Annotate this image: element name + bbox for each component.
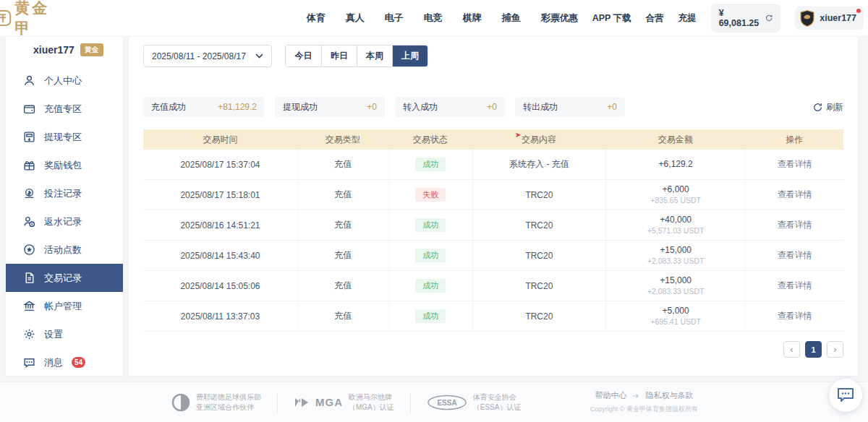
rebate-icon bbox=[23, 215, 35, 228]
sidebar-item-reward-wallet[interactable]: 奖励钱包 bbox=[6, 151, 123, 179]
cell-amount: +6,129.2 bbox=[605, 150, 746, 179]
cell-status: 成功 bbox=[388, 301, 472, 331]
cell-action: 查看详情 bbox=[745, 271, 843, 301]
main-content: 2025/08/11 - 2025/08/17 今日 昨日 本周 上周 充值成功… bbox=[129, 36, 858, 376]
sidebar-item-personal-center[interactable]: 个人中心 bbox=[6, 66, 123, 95]
sidebar-item-rebate-records[interactable]: 返水记录 bbox=[6, 207, 123, 236]
link-affiliate[interactable]: 合营 bbox=[646, 12, 664, 25]
cell-type: 充值 bbox=[297, 301, 388, 331]
nav-cards[interactable]: 棋牌 bbox=[463, 12, 482, 25]
footer: 费耶诺德足球俱乐部亚洲区域合作伙伴 MGA 欧洲马尔他牌（MGA）认证 ESSA… bbox=[0, 382, 868, 422]
sidebar-username: xiuer177 bbox=[33, 44, 75, 56]
cell-content: TRC20 bbox=[472, 241, 605, 270]
help-center-link[interactable]: 帮助中心 bbox=[595, 390, 626, 401]
cell-time: 2025/08/14 15:05:06 bbox=[143, 271, 297, 301]
view-details-link[interactable]: 查看详情 bbox=[778, 158, 812, 171]
message-icon bbox=[23, 356, 35, 369]
chat-bubble-icon bbox=[836, 387, 855, 404]
live-chat-button[interactable] bbox=[829, 379, 862, 412]
atm-icon bbox=[23, 131, 35, 143]
nav-esports[interactable]: 电竞 bbox=[424, 12, 443, 25]
link-deposit-withdraw[interactable]: 充提 bbox=[678, 12, 697, 25]
star-circle-icon bbox=[23, 244, 35, 256]
cell-amount: +15,000+2,083.33 USDT bbox=[605, 271, 746, 301]
cell-status: 成功 bbox=[388, 271, 472, 301]
cell-status: 成功 bbox=[388, 210, 472, 240]
nav-sports[interactable]: 体育 bbox=[307, 12, 326, 25]
tab-this-week[interactable]: 本周 bbox=[357, 46, 392, 66]
nav-slots[interactable]: 电子 bbox=[385, 12, 404, 25]
summary-withdraw-success: 提现成功 +0 bbox=[275, 97, 385, 117]
transactions-table: 交易时间 交易类型 交易状态 ➤交易内容 交易金额 操作 2025/08/17 … bbox=[143, 129, 843, 332]
nav-lottery[interactable]: 彩票 bbox=[541, 12, 560, 25]
next-page-button[interactable]: › bbox=[827, 341, 843, 358]
current-page[interactable]: 1 bbox=[805, 341, 822, 358]
sidebar-item-settings[interactable]: 设置 bbox=[6, 320, 123, 348]
cell-time: 2025/08/17 15:18:01 bbox=[143, 180, 297, 210]
cell-action: 查看详情 bbox=[745, 210, 843, 240]
balance-pill[interactable]: ¥ 69,081.25 bbox=[711, 4, 781, 33]
cell-content: TRC20 bbox=[472, 271, 605, 301]
col-type: 交易类型 bbox=[297, 134, 388, 146]
cell-type: 充值 bbox=[297, 271, 388, 301]
sidebar-item-bet-records[interactable]: 投注记录 bbox=[6, 179, 123, 207]
view-details-link[interactable]: 查看详情 bbox=[778, 189, 812, 201]
tab-last-week[interactable]: 上周 bbox=[392, 46, 427, 66]
bet-record-icon bbox=[23, 187, 35, 199]
privacy-terms-link[interactable]: 隐私权与条款 bbox=[645, 390, 693, 401]
date-range-value: 2025/08/11 - 2025/08/17 bbox=[152, 51, 246, 61]
top-header: 黄金甲 体育 真人 电子 电竞 棋牌 捕鱼 彩票 优惠 APP 下载 合营 充提… bbox=[0, 0, 868, 36]
document-icon bbox=[23, 272, 35, 284]
link-promos[interactable]: 优惠 bbox=[560, 12, 578, 25]
brand-logo[interactable]: 黄金甲 bbox=[0, 0, 50, 38]
summary-row: 充值成功 +81,129.2 提现成功 +0 转入成功 +0 转出成功 +0 刷… bbox=[143, 97, 843, 117]
table-row: 2025/08/17 15:18:01 充值 失败 TRC20 +6,000+8… bbox=[143, 180, 843, 210]
cell-type: 充值 bbox=[297, 210, 388, 240]
sidebar-item-messages[interactable]: 消息 54 bbox=[6, 348, 123, 376]
link-app-download[interactable]: APP 下载 bbox=[592, 12, 631, 25]
refresh-balance-icon[interactable] bbox=[765, 14, 773, 22]
summary-transfer-out-success: 转出成功 +0 bbox=[515, 97, 625, 117]
cert-feyenoord: 费耶诺德足球俱乐部亚洲区域合作伙伴 bbox=[156, 392, 277, 413]
cell-time: 2025/08/16 14:51:21 bbox=[143, 210, 297, 240]
messages-count-badge: 54 bbox=[72, 357, 85, 368]
sidebar-item-account-management[interactable]: 帐户管理 bbox=[6, 292, 123, 320]
nav-live[interactable]: 真人 bbox=[346, 12, 365, 25]
menu-label: 个人中心 bbox=[44, 74, 82, 87]
sidebar-item-activity-points[interactable]: 活动点数 bbox=[6, 236, 123, 264]
gift-icon bbox=[23, 159, 35, 171]
balance-amount: ¥ 69,081.25 bbox=[719, 8, 760, 28]
cell-type: 充值 bbox=[297, 150, 388, 179]
cell-amount: +40,000+5,571.03 USDT bbox=[605, 210, 746, 240]
user-icon bbox=[23, 74, 35, 87]
top-right: 优惠 APP 下载 合营 充提 ¥ 69,081.25 xiuer177 bbox=[560, 4, 864, 33]
cell-content: TRC20 bbox=[472, 210, 605, 240]
mouse-cursor: ➤ bbox=[515, 131, 521, 139]
sidebar-item-deposit-zone[interactable]: 充值专区 bbox=[6, 95, 123, 123]
gear-icon bbox=[23, 328, 35, 340]
sidebar-item-withdraw-zone[interactable]: 提现专区 bbox=[6, 123, 123, 151]
sidebar-item-transaction-records[interactable]: 交易记录 bbox=[6, 264, 123, 292]
col-action: 操作 bbox=[745, 134, 843, 146]
cell-content: TRC20 bbox=[472, 301, 605, 331]
menu-label: 帐户管理 bbox=[44, 300, 82, 313]
pagination: ‹ 1 › bbox=[143, 341, 843, 358]
tab-today[interactable]: 今日 bbox=[286, 46, 321, 66]
prev-page-button[interactable]: ‹ bbox=[783, 341, 800, 358]
col-time: 交易时间 bbox=[143, 134, 297, 146]
view-details-link[interactable]: 查看详情 bbox=[778, 280, 812, 292]
cell-action: 查看详情 bbox=[745, 180, 843, 210]
cell-content: 系统存入 - 充值 bbox=[472, 150, 605, 179]
refresh-button[interactable]: 刷新 bbox=[813, 101, 843, 113]
summary-transfer-in-success: 转入成功 +0 bbox=[395, 97, 505, 117]
date-range-select[interactable]: 2025/08/11 - 2025/08/17 bbox=[143, 45, 272, 67]
view-details-link[interactable]: 查看详情 bbox=[778, 249, 812, 262]
user-menu[interactable]: xiuer177 bbox=[795, 7, 864, 30]
view-details-link[interactable]: 查看详情 bbox=[778, 219, 812, 231]
summary-deposit-success: 充值成功 +81,129.2 bbox=[143, 97, 265, 117]
summary-value: +0 bbox=[367, 102, 377, 112]
view-details-link[interactable]: 查看详情 bbox=[778, 310, 812, 322]
nav-fishing[interactable]: 捕鱼 bbox=[502, 12, 521, 25]
tab-yesterday[interactable]: 昨日 bbox=[321, 46, 357, 66]
brand-emblem-icon bbox=[0, 5, 12, 31]
